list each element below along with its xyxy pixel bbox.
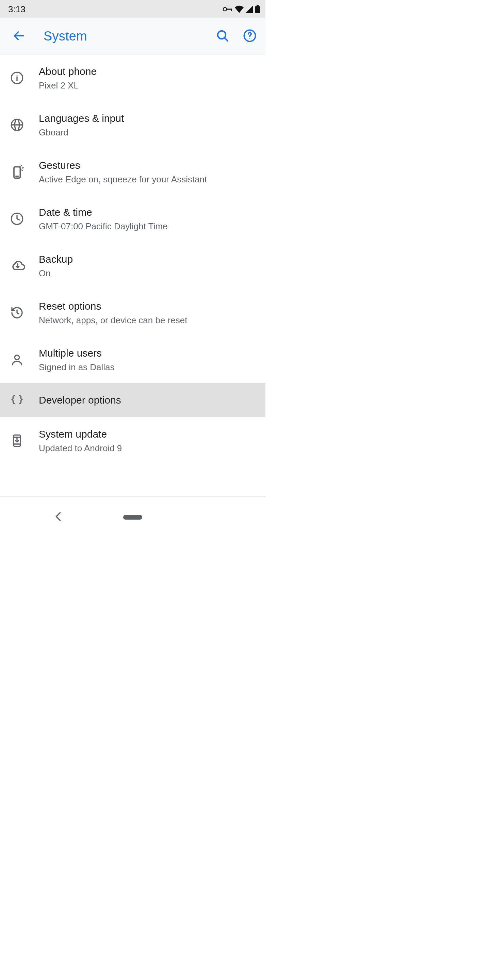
item-backup[interactable]: Backup On [0,242,266,289]
svg-rect-4 [255,6,260,13]
globe-icon [10,118,24,132]
item-subtitle: Network, apps, or device can be reset [39,315,258,326]
item-subtitle: GMT-07:00 Pacific Daylight Time [39,221,258,232]
phone-update-icon [10,434,24,447]
reset-icon [10,306,24,320]
item-developer-options[interactable]: Developer options [0,383,266,417]
item-title: About phone [39,65,258,78]
item-subtitle: Signed in as Dallas [39,362,258,373]
svg-point-20 [14,355,19,360]
braces-icon [10,393,24,407]
svg-point-0 [223,8,227,11]
svg-line-7 [224,37,228,40]
wifi-icon [235,5,243,13]
item-languages-input[interactable]: Languages & input Gboard [0,102,266,148]
status-bar: 3:13 [0,0,266,18]
user-icon [10,353,24,366]
gesture-phone-icon [10,164,25,179]
page-title: System [43,29,205,43]
nav-home-pill[interactable] [123,515,142,520]
divider [0,496,266,497]
help-button[interactable] [240,26,260,47]
item-date-time[interactable]: Date & time GMT-07:00 Pacific Daylight T… [0,195,266,242]
item-subtitle: Pixel 2 XL [39,80,258,91]
svg-rect-3 [256,5,259,6]
info-icon [10,71,24,85]
battery-icon [255,5,260,13]
arrow-back-icon [12,29,25,43]
item-title: Date & time [39,206,258,219]
nav-back-button[interactable] [54,512,62,523]
item-reset-options[interactable]: Reset options Network, apps, or device c… [0,289,266,336]
help-icon [243,29,256,44]
status-time: 3:13 [8,4,25,14]
item-gestures[interactable]: Gestures Active Edge on, squeeze for you… [0,148,266,195]
system-nav-bar [0,504,266,531]
item-multiple-users[interactable]: Multiple users Signed in as Dallas [0,336,266,383]
settings-list: About phone Pixel 2 XL Languages & input… [0,54,266,464]
search-icon [216,29,229,44]
item-title: Languages & input [39,112,258,125]
item-about-phone[interactable]: About phone Pixel 2 XL [0,54,266,102]
item-title: Reset options [39,300,258,313]
svg-point-9 [250,38,250,39]
item-subtitle: On [39,268,258,279]
svg-point-12 [16,75,18,76]
item-subtitle: Active Edge on, squeeze for your Assista… [39,174,258,185]
vpn-key-icon [223,6,233,12]
item-title: Developer options [39,394,258,407]
item-title: Backup [39,253,258,266]
cell-signal-icon [246,5,253,13]
item-system-update[interactable]: System update Updated to Android 9 [0,417,266,464]
status-icons [223,5,260,13]
cloud-download-icon [10,258,25,273]
item-title: System update [39,428,258,441]
item-title: Gestures [39,159,258,172]
svg-rect-2 [231,9,232,11]
clock-icon [10,212,24,226]
item-subtitle: Updated to Android 9 [39,443,258,454]
search-button[interactable] [212,26,233,47]
item-subtitle: Gboard [39,127,258,138]
app-bar: System [0,18,266,54]
back-button[interactable] [10,28,27,45]
item-title: Multiple users [39,347,258,360]
